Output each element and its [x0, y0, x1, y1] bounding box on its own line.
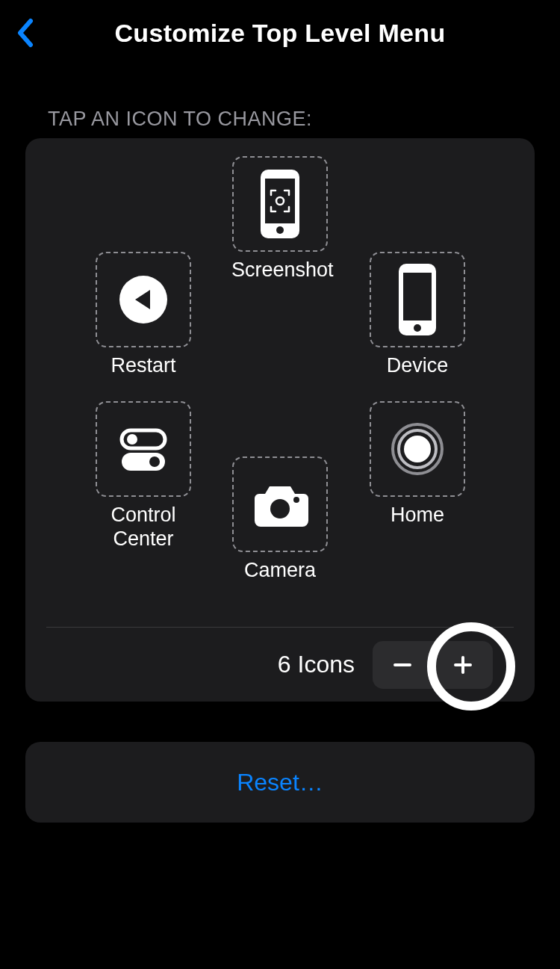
screenshot-icon — [258, 168, 302, 240]
reset-panel: Reset… — [25, 742, 535, 823]
icon-box — [232, 156, 328, 252]
reset-button[interactable]: Reset… — [237, 769, 323, 796]
svg-point-10 — [127, 434, 137, 445]
menu-panel: Screenshot Restart Device — [25, 138, 535, 702]
device-icon — [396, 262, 439, 337]
minus-icon — [392, 654, 413, 675]
home-icon — [388, 420, 447, 478]
menu-item-label: Camera — [231, 558, 329, 582]
menu-item-label: Home — [369, 503, 466, 527]
svg-rect-7 — [403, 273, 432, 321]
icon-box — [96, 252, 191, 347]
restart-icon — [117, 273, 169, 326]
svg-point-12 — [149, 456, 160, 467]
svg-point-2 — [276, 226, 284, 234]
svg-point-16 — [270, 499, 290, 518]
menu-item-restart[interactable]: Restart — [95, 252, 192, 377]
navbar: Customize Top Level Menu — [0, 0, 560, 66]
svg-point-15 — [404, 436, 431, 462]
svg-rect-1 — [265, 179, 295, 223]
icon-box — [232, 456, 328, 552]
section-header: TAP AN ICON TO CHANGE: — [0, 66, 560, 138]
svg-point-17 — [293, 497, 299, 503]
icon-box — [370, 401, 465, 497]
stepper-plus-button[interactable] — [433, 641, 493, 689]
icon-box — [96, 401, 191, 497]
stepper-minus-button[interactable] — [373, 641, 432, 689]
footer-row: 6 Icons — [46, 627, 514, 702]
camera-icon — [249, 479, 311, 530]
svg-point-8 — [414, 324, 421, 332]
icon-box — [370, 252, 465, 347]
page-title: Customize Top Level Menu — [115, 19, 446, 48]
back-button[interactable] — [10, 12, 40, 54]
menu-item-control-center[interactable]: Control Center — [95, 401, 192, 551]
menu-item-device[interactable]: Device — [369, 252, 466, 377]
menu-item-label: Control Center — [95, 503, 192, 551]
menu-item-screenshot[interactable]: Screenshot — [231, 156, 329, 282]
plus-icon — [452, 654, 473, 675]
icon-count-stepper — [373, 641, 493, 689]
menu-item-label: Screenshot — [231, 258, 329, 282]
icon-count-label: 6 Icons — [278, 651, 355, 678]
chevron-left-icon — [16, 18, 34, 48]
menu-item-camera[interactable]: Camera — [231, 456, 329, 582]
menu-grid: Screenshot Restart Device — [46, 156, 514, 627]
control-center-icon — [114, 420, 172, 478]
menu-item-label: Restart — [95, 353, 192, 377]
menu-item-home[interactable]: Home — [369, 401, 466, 527]
menu-item-label: Device — [369, 353, 466, 377]
